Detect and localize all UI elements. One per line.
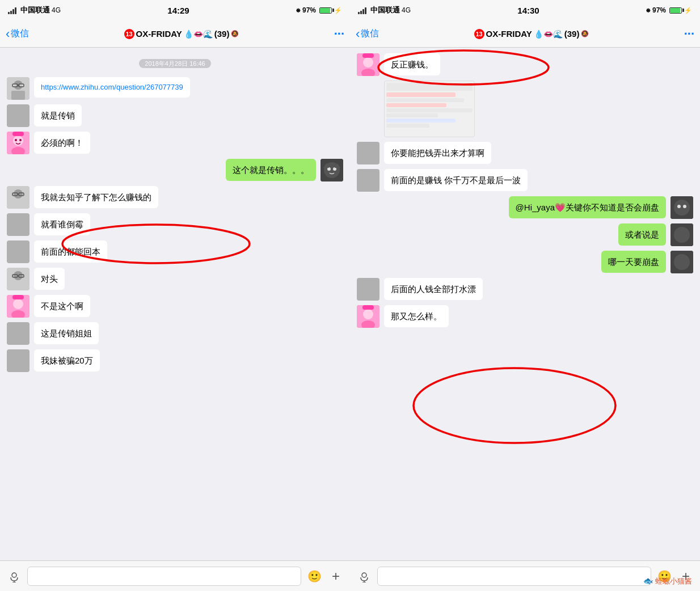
message-bubble: @Hi_yaya💗关键你不知道是否会崩盘 [509, 196, 666, 218]
message-bubble: 不是这个啊 [34, 295, 90, 317]
message-bubble: 必须的啊！ [34, 132, 90, 154]
message-bubble: 反正赚钱。 [384, 53, 440, 75]
message-bubble: 对头 [34, 268, 65, 290]
avatar [357, 278, 379, 301]
avatar [7, 132, 29, 154]
table-row: 或者说是 [357, 223, 693, 246]
battery-percent-right: 97% [652, 6, 666, 14]
table-row: 这个就是传销。。。 [7, 159, 343, 181]
charge-icon-left: ⚡ [334, 7, 342, 14]
back-label-left: 微信 [11, 28, 29, 40]
message-input-right[interactable] [377, 567, 651, 586]
message-bubble: 你要能把钱弄出来才算啊 [384, 142, 491, 164]
avatar [7, 322, 29, 345]
member-count-left: (39) [214, 29, 230, 39]
table-row: 就看谁倒霉 [7, 213, 343, 236]
mute-icon-left: 🔕 [231, 30, 239, 37]
avatar [7, 268, 29, 290]
table-row: 后面的人钱全部打水漂 [357, 278, 693, 301]
table-row: 前面的是赚钱 你千万不是最后一波 [357, 169, 693, 192]
table-row [357, 81, 693, 137]
voice-button-left[interactable] [6, 568, 23, 585]
avatar [321, 159, 343, 181]
back-button-right[interactable]: ‹ 微信 [356, 27, 379, 41]
table-row: 前面的都能回本 [7, 240, 343, 263]
avatar [357, 305, 379, 328]
table-row: 你要能把钱弄出来才算啊 [357, 142, 693, 164]
network-left: 4G [52, 6, 61, 14]
back-button-left[interactable]: ‹ 微信 [6, 27, 29, 41]
svg-rect-41 [362, 53, 374, 58]
voice-button-right[interactable] [356, 568, 373, 585]
avatar [7, 104, 29, 127]
svg-point-45 [683, 205, 686, 208]
plus-button-left[interactable]: + [327, 568, 344, 585]
message-input-left[interactable] [27, 567, 301, 586]
carrier-right: 中国联通 [370, 5, 400, 15]
svg-point-44 [677, 205, 681, 208]
nav-bar-left: ‹ 微信 13 OX-FRIDAY 💧👄🌊 (39) 🔕 ··· [0, 20, 350, 48]
table-row: https://www.zhihu.com/question/267077739 [7, 77, 343, 100]
message-bubble: 前面的是赚钱 你千万不是最后一波 [384, 169, 528, 191]
badge-left: 13 [124, 29, 134, 39]
avatar [671, 196, 693, 219]
message-bubble: 我妹被骗20万 [34, 349, 100, 372]
svg-point-51 [363, 309, 373, 319]
time-right: 14:30 [517, 6, 539, 15]
weibo-watermark: 🐟 蛭螈小猫酱 [643, 576, 692, 586]
svg-rect-2 [11, 91, 25, 100]
chat-title-left: 13 OX-FRIDAY 💧👄🌊 (39) 🔕 [29, 29, 334, 39]
back-label-right: 微信 [361, 28, 379, 40]
table-row: 哪一天要崩盘 [357, 251, 693, 273]
more-button-right[interactable]: ··· [684, 27, 694, 41]
member-count-right: (39) [564, 29, 580, 39]
network-right: 4G [402, 6, 411, 14]
emoji-icons-left: 💧👄🌊 [184, 29, 213, 39]
table-row: 我就去知乎了解下怎么赚钱的 [7, 186, 343, 209]
avatar [357, 53, 379, 76]
avatar [7, 295, 29, 318]
table-row: @Hi_yaya💗关键你不知道是否会崩盘 [357, 196, 693, 219]
message-bubble: 就看谁倒霉 [34, 213, 90, 235]
table-row: 对头 [7, 268, 343, 290]
svg-point-47 [674, 227, 690, 243]
image-message [384, 81, 475, 137]
svg-point-56 [362, 573, 366, 577]
status-bar-right: 中国联通 4G 14:30 ⎈ 97% ⚡ [350, 0, 700, 20]
svg-point-31 [13, 299, 23, 309]
date-divider-left: 2018年4月28日 16:46 [7, 58, 343, 68]
screen-right: 中国联通 4G 14:30 ⎈ 97% ⚡ ‹ 微信 13 OX-FRIDAY … [350, 0, 700, 591]
emoji-button-left[interactable]: 🙂 [306, 568, 323, 585]
avatar [357, 142, 379, 164]
table-row: 必须的啊！ [7, 132, 343, 154]
table-row: 我妹被骗20万 [7, 349, 343, 372]
nav-bar-right: ‹ 微信 13 OX-FRIDAY 💧👄🌊 (39) 🔕 ··· [350, 20, 700, 48]
group-name-left: OX-FRIDAY [136, 29, 182, 39]
message-bubble: 就是传销 [34, 104, 82, 126]
screen-left: 中国联通 4G 14:29 ⎈ 97% ⚡ ‹ 微信 13 OX-FRIDAY … [0, 0, 350, 591]
chat-area-left: 2018年4月28日 16:46 https://w [0, 48, 350, 560]
more-button-left[interactable]: ··· [334, 27, 344, 41]
message-bubble: 后面的人钱全部打水漂 [384, 278, 483, 300]
avatar [7, 213, 29, 236]
avatar [7, 240, 29, 263]
avatar [7, 186, 29, 209]
svg-point-39 [363, 57, 373, 67]
bluetooth-icon-left: ⎈ [296, 6, 300, 14]
avatar [671, 251, 693, 273]
svg-point-43 [674, 200, 690, 216]
input-bar-left: 🙂 + [0, 560, 350, 591]
message-bubble: 前面的都能回本 [34, 240, 107, 263]
badge-right: 13 [474, 29, 484, 39]
svg-point-12 [19, 139, 22, 141]
battery-percent-left: 97% [302, 6, 316, 14]
message-bubble[interactable]: https://www.zhihu.com/question/267077739 [34, 77, 190, 98]
avatar [671, 223, 693, 246]
time-left: 14:29 [167, 6, 189, 15]
bluetooth-icon-right: ⎈ [646, 6, 650, 14]
svg-point-49 [674, 254, 690, 270]
chat-area-right: 反正赚钱。 你要能把钱弄出来才算啊 [350, 48, 700, 560]
message-bubble: 哪一天要崩盘 [601, 251, 666, 273]
message-bubble: 或者说是 [618, 223, 666, 246]
charge-icon-right: ⚡ [684, 7, 692, 14]
